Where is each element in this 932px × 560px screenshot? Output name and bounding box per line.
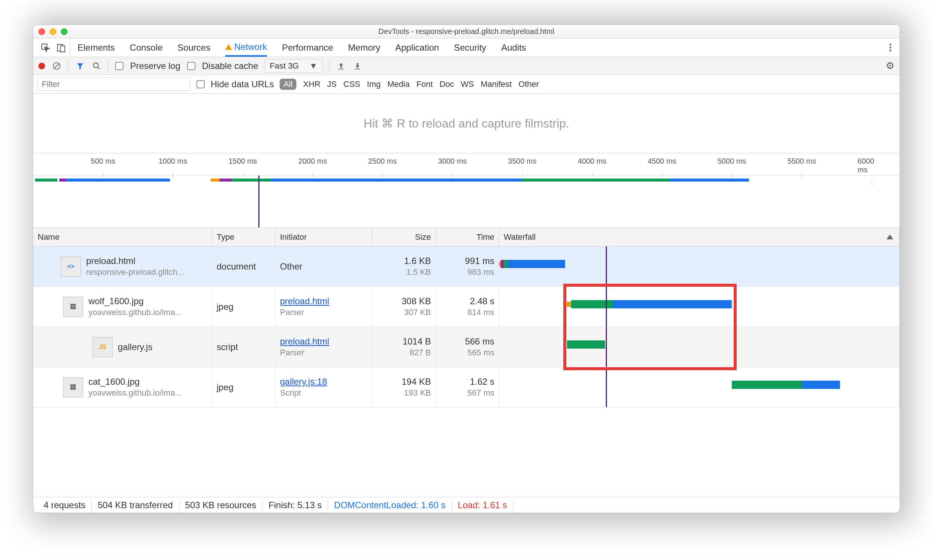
filter-media[interactable]: Media [388, 79, 410, 89]
warning-icon [225, 44, 232, 50]
col-size[interactable]: Size [372, 228, 436, 246]
tab-sources[interactable]: Sources [177, 38, 210, 57]
svg-line-6 [98, 67, 100, 69]
file-icon: JS [92, 337, 112, 357]
tab-console[interactable]: Console [130, 38, 163, 57]
preserve-log-checkbox[interactable] [115, 62, 123, 70]
request-type: jpeg [212, 287, 275, 327]
time: 2.48 s [470, 296, 494, 306]
timeline-tick: 4000 ms [578, 157, 606, 166]
initiator-link[interactable]: gallery.js:18 [280, 377, 368, 387]
size-content: 827 B [410, 348, 431, 358]
col-time[interactable]: Time [436, 228, 499, 246]
filter-other[interactable]: Other [518, 79, 539, 89]
window-title: DevTools - responsive-preload.glitch.me/… [378, 27, 554, 36]
device-toggle-icon[interactable] [56, 43, 66, 52]
status-finish: Finish: 5.13 s [263, 500, 328, 511]
filter-css[interactable]: CSS [343, 79, 360, 89]
network-toolbar: Preserve log Disable cache Fast 3G ▼ ⚙ [33, 57, 900, 75]
filter-all[interactable]: All [280, 78, 296, 90]
record-button[interactable] [38, 63, 45, 69]
table-row[interactable]: 🖼wolf_1600.jpgyoavweiss.github.io/ima...… [33, 287, 900, 327]
initiator-link[interactable]: preload.html [280, 296, 368, 306]
request-type: document [212, 246, 275, 286]
filter-xhr[interactable]: XHR [303, 79, 320, 89]
time-latency: 814 ms [468, 308, 494, 317]
svg-point-5 [94, 63, 98, 68]
panel-tabs: ElementsConsoleSourcesNetworkPerformance… [33, 38, 900, 57]
time: 1.62 s [470, 377, 494, 387]
request-name: gallery.js [118, 342, 152, 352]
overview-timeline[interactable]: 500 ms1000 ms1500 ms2000 ms2500 ms3000 m… [33, 153, 900, 228]
svg-rect-2 [60, 46, 65, 52]
status-bar: 4 requests 504 KB transferred 503 KB res… [33, 497, 900, 513]
maximize-window-button[interactable] [61, 28, 68, 35]
col-initiator[interactable]: Initiator [275, 228, 372, 246]
devtools-window: DevTools - responsive-preload.glitch.me/… [33, 25, 900, 513]
status-transferred: 504 KB transferred [92, 500, 179, 511]
request-host: yoavweiss.github.io/ima... [88, 308, 182, 317]
col-type[interactable]: Type [212, 228, 275, 246]
size: 1.6 KB [404, 256, 431, 266]
size-content: 1.5 KB [406, 267, 431, 277]
table-row[interactable]: <>preload.htmlresponsive-preload.glitch.… [33, 246, 900, 287]
inspect-icon[interactable] [41, 43, 50, 52]
timeline-tick: 1500 ms [229, 157, 257, 166]
tab-application[interactable]: Application [395, 38, 439, 57]
tab-security[interactable]: Security [454, 38, 486, 57]
status-dcl: DOMContentLoaded: 1.60 s [328, 500, 452, 511]
request-name: cat_1600.jpg [88, 377, 182, 387]
timeline-tick: 2000 ms [298, 157, 327, 166]
waterfall-cell [499, 367, 900, 407]
settings-icon[interactable]: ⚙ [886, 60, 894, 72]
filter-icon[interactable] [75, 61, 85, 71]
tab-audits[interactable]: Audits [501, 38, 526, 57]
close-window-button[interactable] [38, 28, 45, 35]
table-row[interactable]: JSgallery.jsscriptpreload.htmlParser1014… [33, 327, 900, 367]
filter-img[interactable]: Img [367, 79, 381, 89]
time-latency: 565 ms [468, 348, 494, 358]
time: 991 ms [465, 256, 494, 266]
timeline-tick: 500 ms [91, 157, 115, 166]
request-name: preload.html [86, 256, 184, 266]
col-waterfall[interactable]: Waterfall [499, 228, 900, 246]
request-host: yoavweiss.github.io/ima... [88, 388, 182, 398]
svg-rect-7 [338, 69, 344, 69]
timeline-tick: 2500 ms [368, 157, 397, 166]
tab-performance[interactable]: Performance [282, 38, 333, 57]
minimize-window-button[interactable] [49, 28, 56, 35]
filter-input[interactable] [38, 78, 191, 91]
upload-har-icon[interactable] [336, 61, 346, 71]
timeline-tick: 6000 ms [858, 157, 886, 174]
filter-js[interactable]: JS [327, 79, 337, 89]
tab-network[interactable]: Network [225, 38, 267, 57]
disable-cache-label: Disable cache [202, 61, 258, 71]
svg-rect-8 [355, 69, 360, 69]
status-load: Load: 1.61 s [452, 500, 513, 511]
throttling-select[interactable]: Fast 3G ▼ [265, 59, 322, 73]
size: 308 KB [401, 296, 431, 306]
initiator-type: Parser [280, 348, 368, 358]
tab-memory[interactable]: Memory [348, 38, 381, 57]
download-har-icon[interactable] [353, 61, 362, 71]
filter-ws[interactable]: WS [461, 79, 474, 89]
hide-data-urls-checkbox[interactable] [197, 80, 205, 88]
clear-icon[interactable] [52, 61, 62, 71]
table-row[interactable]: 🖼cat_1600.jpgyoavweiss.github.io/ima...j… [33, 367, 900, 408]
filter-doc[interactable]: Doc [440, 79, 454, 89]
request-table: <>preload.htmlresponsive-preload.glitch.… [33, 246, 900, 497]
file-icon: 🖼 [63, 297, 83, 317]
size-content: 307 KB [404, 308, 431, 317]
timeline-tick: 3000 ms [438, 157, 467, 166]
waterfall-bar [508, 260, 565, 268]
filter-font[interactable]: Font [417, 79, 433, 89]
hide-data-urls-label: Hide data URLs [211, 79, 274, 89]
filter-manifest[interactable]: Manifest [481, 79, 512, 89]
col-name[interactable]: Name [33, 228, 212, 246]
timeline-tick: 5000 ms [718, 157, 746, 166]
initiator-link[interactable]: preload.html [280, 336, 368, 347]
disable-cache-checkbox[interactable] [187, 62, 195, 70]
tab-elements[interactable]: Elements [78, 38, 115, 57]
more-options-icon[interactable] [889, 44, 891, 51]
search-icon[interactable] [92, 61, 102, 71]
